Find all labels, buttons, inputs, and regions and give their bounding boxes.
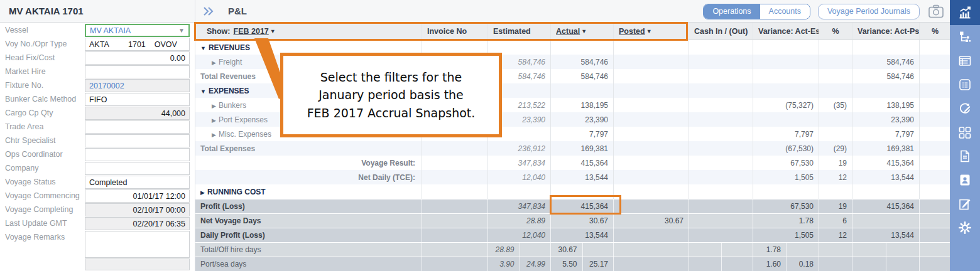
profit-loss-invoice-no [422,199,487,213]
collapse-icon: ▼ [200,45,206,51]
right-icon-toolbar [950,0,980,271]
port-expenses-variance-act-est [753,112,819,127]
freight-variance-act-est [753,55,819,69]
voyage-pnl-app: MV AKTAIA 1701 VesselMV AKTAIA▼Voy No./O… [0,0,980,271]
net-voyage-days-pct-act-pst [919,214,950,228]
toolbar-itinerary-icon[interactable] [950,25,980,49]
bunkers-posted [613,98,689,112]
last-update-gmt-label: Last Update GMT [5,219,67,228]
total-expenses-pct-act-est: (29) [819,141,852,156]
total-expenses-actual: 169,381 [550,141,613,156]
port-sea-days-cash-in-out [689,257,753,271]
market-hire-label: Market Hire [5,67,46,76]
bunkers-variance-act-pst: 138,195 [852,98,919,112]
toolbar-contact-card-icon[interactable] [950,168,980,192]
bunkers-cash-in-out [689,98,753,112]
trade-area-field[interactable] [85,120,190,134]
toolbar-checklist-icon[interactable] [950,73,980,97]
field-row-market-hire: Market Hire [0,65,195,79]
field-row-voyage-completing: Voyage Completing02/10/17 00:00 [0,203,195,217]
col-posted[interactable]: Posted▼ [613,23,689,40]
bunker-calc-method-field[interactable]: FIFO [85,93,190,106]
misc-expenses-variance-act-est: 7,797 [753,127,819,141]
daily-profit-loss-variance-act-est: 1,505 [753,228,819,242]
voy-no-opr-type-field[interactable]: AKTA1701OVOV [85,38,190,51]
expand-icon: ▶ [200,189,205,196]
show-period-dropdown[interactable]: FEB 2017 [234,27,269,36]
voyage-completing-field[interactable]: 02/10/17 00:00 [85,203,190,216]
row-label-running-cost[interactable]: ▶RUNNING COST [195,184,422,199]
row-running-cost: ▶RUNNING COST [195,184,950,199]
row-port-sea-days: Port/sea days3.9024.995.5025.171.600.18 [195,257,950,271]
running-cost-variance-act-pst [852,184,919,199]
voyage-commencing-field[interactable]: 01/01/17 12:00 [85,189,190,203]
daily-profit-loss-estimated: 12,040 [487,228,550,242]
annotation-line: Select the filters for the [320,68,462,87]
voyage-remarks-field[interactable] [85,231,190,258]
total-off-hire-days-estimated: 28.89 [487,243,550,257]
row-net-daily-tce: Net Daily (TCE):12,04013,5441,5051213,54… [195,170,950,184]
toolbar-pnl-chart-icon[interactable] [950,0,980,25]
expenses-actual [550,83,613,98]
total-off-hire-days-actual: 30.67 [550,243,613,257]
total-expenses-pct-act-pst [919,141,950,156]
bunker-calc-method-label: Bunker Calc Method [5,95,76,104]
field-row-voyage-remarks: Voyage Remarks [0,231,195,258]
operations-button[interactable]: Operations [704,4,760,19]
port-expenses-posted [613,112,689,127]
net-voyage-days-cash-in-out [689,214,753,228]
port-sea-days-actual: 5.5025.17 [550,257,613,271]
toolbar-table-icon[interactable] [950,49,980,73]
toolbar-refresh-edit-icon[interactable] [950,97,980,120]
company-field[interactable] [85,162,190,175]
voyage-period-journals-button[interactable]: Voyage Period Journals [818,4,920,19]
fixture-no-field[interactable]: 20170002 [85,79,190,92]
field-row-voyage-commencing: Voyage Commencing01/01/17 12:00 [0,189,195,203]
trade-area-label: Trade Area [5,122,43,131]
voyage-remarks-label: Voyage Remarks [5,233,65,242]
row-profit-loss: Profit (Loss)347,834415,36467,53019415,3… [195,199,950,213]
field-row-last-update-gmt: Last Update GMT02/20/17 06:35 [0,217,195,231]
ops-coordinator-field[interactable] [85,148,190,161]
total-expenses-invoice-no [422,141,487,156]
market-hire-field[interactable] [85,65,190,78]
voy-no-opr-type-part-1: 1701 [128,40,155,49]
expand-icon: ▶ [212,60,216,66]
col-actual[interactable]: Actual▼ [550,23,613,40]
toolbar-document-icon[interactable] [950,144,980,168]
total-expenses-cash-in-out [689,141,753,156]
voyage-result-cash-in-out [689,156,753,170]
view-mode-toggle: Operations Accounts [703,4,810,19]
row-net-voyage-days: Net Voyage Days28.8930.6730.671.786 [195,213,950,228]
cargo-cp-qty-field[interactable]: 44,000 [85,107,190,120]
net-daily-tce-cash-in-out [689,170,753,184]
snapshot-camera-icon[interactable] [927,3,945,19]
profit-loss-variance-act-est: 67,530 [753,199,819,213]
notes-icon [957,196,972,211]
contact-card-icon [957,173,972,188]
page-title: P&L [228,6,247,16]
col-variance-act-pst: Variance: Act-Pst [852,23,919,40]
vessel-field[interactable]: MV AKTAIA▼ [85,24,190,37]
toolbar-notes-icon[interactable] [950,192,980,216]
port-expenses-pct-act-est [819,112,852,127]
last-update-gmt-field[interactable]: 02/20/17 06:35 [85,217,190,230]
expenses-variance-act-est [753,83,819,98]
total-expenses-posted [613,141,689,156]
total-expenses-estimated: 236,912 [487,141,550,156]
net-voyage-days-posted: 30.67 [613,214,689,228]
chtr-specialist-field[interactable] [85,134,190,147]
profit-loss-cash-in-out [689,199,753,213]
running-cost-estimated [487,184,550,199]
toolbar-settings-gear-icon[interactable] [950,216,980,240]
refresh-edit-icon [957,101,972,116]
head-fix-cost-field[interactable]: 0.00 [85,51,190,65]
accounts-button[interactable]: Accounts [760,4,810,19]
toolbar-blocks-icon[interactable] [950,120,980,144]
row-label-total-expenses: Total Expenses [195,141,422,156]
expand-icon: ▶ [212,103,216,109]
row-total-expenses: Total Expenses236,912169,381(67,530)(29)… [195,141,950,156]
total-revenues-variance-act-est [753,69,819,83]
collapse-sidebar-icon[interactable] [202,5,215,18]
voyage-status-field[interactable]: Completed [85,176,190,189]
